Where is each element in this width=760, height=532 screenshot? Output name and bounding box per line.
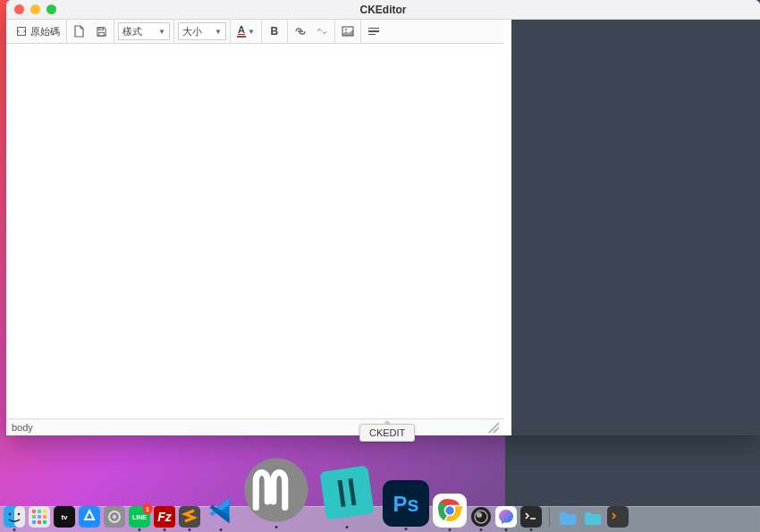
svg-rect-44 xyxy=(607,506,629,528)
source-icon xyxy=(16,26,27,37)
svg-point-25 xyxy=(113,515,116,519)
svg-rect-2 xyxy=(98,32,104,36)
paragraph-icon xyxy=(368,28,379,36)
fontsize-label: 大小 xyxy=(182,25,202,38)
chevron-down-icon: ▼ xyxy=(158,28,165,36)
ckeditor-window: CKEditor 原始碼 xyxy=(6,0,760,435)
dock-tooltip: CKEDIT xyxy=(359,424,415,442)
editor-toolbar: 原始碼 樣式 ▼ xyxy=(6,20,504,44)
text-color-icon: A xyxy=(237,25,246,38)
resize-handle[interactable] xyxy=(488,422,499,433)
chevron-down-icon: ▼ xyxy=(215,28,222,36)
svg-rect-15 xyxy=(38,515,41,519)
svg-line-3 xyxy=(318,29,325,34)
svg-rect-16 xyxy=(43,515,46,519)
dock-folder-3[interactable] xyxy=(607,506,629,528)
page-icon xyxy=(74,25,85,38)
window-title: CKEditor xyxy=(6,4,760,16)
svg-rect-14 xyxy=(32,515,36,519)
dock: tv LINE1 Fz Ps xyxy=(0,447,760,532)
unlink-button[interactable] xyxy=(313,22,331,40)
svg-rect-12 xyxy=(38,510,41,513)
link-button[interactable] xyxy=(291,22,309,40)
paragraph-button[interactable] xyxy=(365,22,383,40)
svg-rect-7 xyxy=(14,506,25,528)
dock-terminal[interactable] xyxy=(520,506,542,528)
svg-rect-43 xyxy=(520,506,542,528)
svg-point-9 xyxy=(18,513,20,515)
dock-mamp[interactable] xyxy=(241,455,311,525)
fontsize-combo[interactable]: 大小 ▼ xyxy=(178,22,226,40)
dock-line[interactable]: LINE1 xyxy=(129,506,150,528)
dock-folder-1[interactable] xyxy=(557,506,578,528)
dock-obs[interactable] xyxy=(470,506,492,528)
dock-launchpad[interactable] xyxy=(29,506,50,528)
svg-rect-13 xyxy=(43,510,46,513)
save-icon xyxy=(96,26,107,38)
svg-point-41 xyxy=(477,512,482,518)
svg-rect-19 xyxy=(43,520,46,524)
dock-photoshop[interactable]: Ps xyxy=(383,480,429,527)
styles-label: 樣式 xyxy=(122,25,142,38)
dock-finder[interactable] xyxy=(4,506,25,528)
dock-folder-2[interactable] xyxy=(582,506,604,528)
svg-rect-32 xyxy=(320,466,375,520)
badge: 1 xyxy=(142,503,153,514)
dock-sublime[interactable] xyxy=(179,506,200,528)
svg-rect-11 xyxy=(32,510,36,513)
dock-appletv[interactable]: tv xyxy=(54,506,75,528)
elements-path[interactable]: body xyxy=(12,422,33,433)
save-button[interactable] xyxy=(92,22,110,40)
titlebar[interactable]: CKEditor xyxy=(6,0,760,20)
svg-text:tv: tv xyxy=(61,513,68,521)
editor-content[interactable] xyxy=(6,44,504,419)
dock-vscode[interactable] xyxy=(204,494,238,528)
dock-separator xyxy=(549,507,550,527)
dock-messenger[interactable] xyxy=(495,506,517,528)
dock-appstore[interactable] xyxy=(79,506,100,528)
svg-rect-1 xyxy=(98,27,103,30)
link-icon xyxy=(294,27,307,36)
svg-point-8 xyxy=(9,513,11,515)
svg-text:Fz: Fz xyxy=(157,510,172,524)
new-page-button[interactable] xyxy=(71,22,89,40)
dock-ckedit[interactable] xyxy=(315,460,379,525)
image-icon xyxy=(342,26,354,37)
chevron-down-icon: ▼ xyxy=(248,28,255,36)
editor-statusbar: body xyxy=(6,419,504,435)
dock-chrome[interactable] xyxy=(433,494,467,528)
svg-text:LINE: LINE xyxy=(132,514,147,520)
svg-point-5 xyxy=(345,29,347,30)
window-backdrop xyxy=(511,20,760,435)
svg-text:Ps: Ps xyxy=(393,492,418,516)
source-label: 原始碼 xyxy=(30,25,60,38)
svg-rect-17 xyxy=(32,520,36,524)
unlink-icon xyxy=(316,27,328,36)
dock-tooltip-label: CKEDIT xyxy=(369,427,405,438)
bold-icon: B xyxy=(271,25,279,38)
image-button[interactable] xyxy=(339,22,357,40)
bold-button[interactable]: B xyxy=(266,22,283,40)
svg-rect-18 xyxy=(38,520,41,524)
source-button[interactable]: 原始碼 xyxy=(13,22,63,40)
dock-settings[interactable] xyxy=(104,506,125,528)
styles-combo[interactable]: 樣式 ▼ xyxy=(118,22,170,40)
dock-filezilla[interactable]: Fz xyxy=(154,506,175,528)
editor-panel: 原始碼 樣式 ▼ xyxy=(6,20,504,435)
text-color-button[interactable]: A ▼ xyxy=(234,22,258,40)
